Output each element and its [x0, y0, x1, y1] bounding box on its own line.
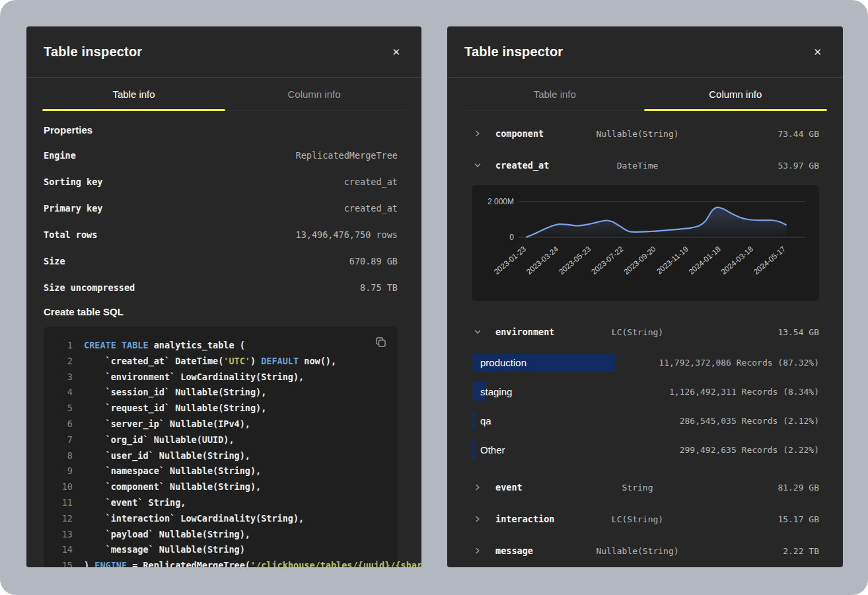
column-type: Nullable(String): [565, 129, 710, 139]
table-info-body: Properties EngineReplicatedMergeTreeSort…: [26, 124, 421, 567]
code-line: 10 `component` Nullable(String),: [53, 479, 384, 495]
code-text: `interaction` LowCardinality(String),: [84, 511, 304, 527]
code-text: `payload` Nullable(String),: [84, 527, 250, 543]
code-token: ): [250, 356, 261, 366]
line-number: 2: [53, 354, 73, 370]
breakdown-row: Other299,492,635 Records (2.22%): [447, 435, 843, 464]
column-row-component[interactable]: componentNullable(String)73.44 GB: [447, 118, 843, 149]
code-token: '/clickhouse/tables/{uuid}/{shard}': [250, 560, 421, 567]
property-label: Size uncompressed: [44, 282, 135, 293]
svg-text:2023-09-20: 2023-09-20: [622, 245, 657, 276]
environment-bar: [472, 411, 476, 430]
svg-text:2023-05-23: 2023-05-23: [558, 245, 593, 276]
line-number: 4: [53, 385, 73, 401]
screenshot-canvas: Table inspector ✕ Table info Column info…: [0, 0, 868, 595]
property-value: 670.89 GB: [349, 256, 398, 266]
tab-table-info[interactable]: Table info: [44, 78, 224, 110]
column-name: message: [495, 545, 565, 556]
code-token: `message` Nullable(String): [84, 544, 245, 555]
properties-heading: Properties: [44, 124, 398, 136]
line-number: 15: [53, 558, 73, 567]
code-line: 6 `server_ip` Nullable(IPv4),: [53, 416, 384, 432]
code-text: `message` Nullable(String): [84, 542, 245, 558]
tab-label: Column info: [287, 89, 340, 100]
column-row-environment[interactable]: environmentLC(String)13.54 GB: [447, 316, 843, 348]
environment-bar: [472, 440, 476, 459]
breakdown-bar-wrap: production: [472, 353, 635, 372]
code-line: 11 `event` String,: [53, 495, 384, 511]
code-line: 7 `org_id` Nullable(UUID),: [53, 432, 384, 448]
code-token: `interaction` LowCardinality(String),: [84, 513, 304, 524]
table-inspector-dialog-table-info: Table inspector ✕ Table info Column info…: [26, 26, 421, 567]
column-row-created_at[interactable]: created_atDateTime53.97 GB: [447, 149, 843, 181]
code-line: 14 `message` Nullable(String): [53, 542, 384, 558]
breakdown-value: 1,126,492,311 Records (8.34%): [635, 387, 819, 397]
breakdown-bar-wrap: qa: [472, 411, 635, 430]
chevron-down-icon: [474, 162, 481, 169]
code-token: = ReplicatedMergeTree(: [127, 560, 250, 567]
property-label: Size: [44, 256, 65, 266]
dialog-title: Table inspector: [44, 44, 142, 60]
close-icon: ✕: [392, 46, 400, 58]
line-number: 9: [53, 463, 73, 479]
dialog-title: Table inspector: [464, 44, 563, 60]
code-line: 3 `environment` LowCardinality(String),: [53, 370, 384, 385]
code-token: `user_id` Nullable(String),: [84, 450, 250, 461]
code-token: DEFAULT: [261, 356, 299, 366]
svg-text:2024-05-17: 2024-05-17: [752, 245, 787, 276]
chevron-right-icon: [474, 516, 481, 522]
svg-text:2023-11-19: 2023-11-19: [655, 245, 690, 275]
line-number: 7: [53, 432, 73, 448]
tab-column-info[interactable]: Column info: [645, 78, 826, 110]
code-line: 15) ENGINE = ReplicatedMergeTree('/click…: [53, 558, 384, 567]
tab-label: Table info: [534, 89, 576, 100]
chevron-down-icon: [474, 329, 481, 335]
code-token: `component` Nullable(String),: [84, 481, 261, 492]
tab-label: Table info: [112, 89, 155, 100]
copy-button[interactable]: [373, 335, 388, 350]
svg-text:2023-01-23: 2023-01-23: [493, 245, 528, 276]
line-number: 10: [53, 479, 73, 495]
svg-text:2023-07-22: 2023-07-22: [590, 245, 625, 276]
code-token: `request_id` Nullable(String),: [84, 403, 266, 413]
property-row: Primary keycreated_at: [44, 195, 398, 221]
breakdown-row: qa286,545,035 Records (2.12%): [447, 406, 843, 435]
column-name: event: [495, 482, 565, 493]
line-number: 12: [53, 511, 73, 527]
column-row-event[interactable]: eventString81.29 GB: [447, 471, 843, 503]
code-text: `org_id` Nullable(UUID),: [84, 432, 235, 448]
code-line: 4 `session_id` Nullable(String),: [53, 385, 384, 401]
svg-text:2 000M: 2 000M: [488, 197, 514, 206]
code-line: 8 `user_id` Nullable(String),: [53, 448, 384, 464]
column-size: 73.44 GB: [740, 129, 819, 139]
breakdown-label: production: [480, 353, 526, 372]
tab-column-info[interactable]: Column info: [224, 78, 404, 110]
code-text: `session_id` Nullable(String),: [84, 385, 266, 401]
breakdown-label: qa: [480, 411, 491, 430]
table-inspector-dialog-column-info: Table inspector ✕ Table info Column info…: [447, 26, 843, 567]
property-value: created_at: [344, 177, 398, 187]
column-type: String: [565, 483, 710, 493]
property-row: Sorting keycreated_at: [44, 169, 398, 195]
code-token: `environment` LowCardinality(String),: [84, 372, 304, 382]
column-row-interaction[interactable]: interactionLC(String)15.17 GB: [447, 503, 843, 535]
breakdown-bar-wrap: staging: [472, 382, 635, 401]
code-token: `namespace` Nullable(String),: [84, 465, 261, 476]
column-size: 13.54 GB: [740, 327, 819, 337]
environment-breakdown: production11,792,372,086 Records (87.32%…: [447, 348, 843, 464]
column-size: 53.97 GB: [740, 161, 819, 171]
line-number: 8: [53, 448, 73, 464]
close-button[interactable]: ✕: [389, 44, 403, 60]
code-token: `org_id` Nullable(UUID),: [84, 434, 235, 445]
tab-table-info[interactable]: Table info: [464, 78, 645, 110]
line-number: 1: [53, 338, 73, 354]
property-label: Sorting key: [44, 177, 102, 187]
breakdown-bar-wrap: Other: [472, 440, 635, 459]
breakdown-row: production11,792,372,086 Records (87.32%…: [447, 348, 843, 377]
close-button[interactable]: ✕: [811, 44, 824, 60]
code-line: 1CREATE TABLE analytics_table (: [53, 338, 384, 354]
column-type: Nullable(String): [565, 546, 710, 556]
column-row-message[interactable]: messageNullable(String)2.22 TB: [447, 535, 843, 567]
code-lines: 1CREATE TABLE analytics_table (2 `create…: [53, 338, 384, 567]
property-row: Total rows13,496,476,750 rows: [44, 221, 398, 248]
